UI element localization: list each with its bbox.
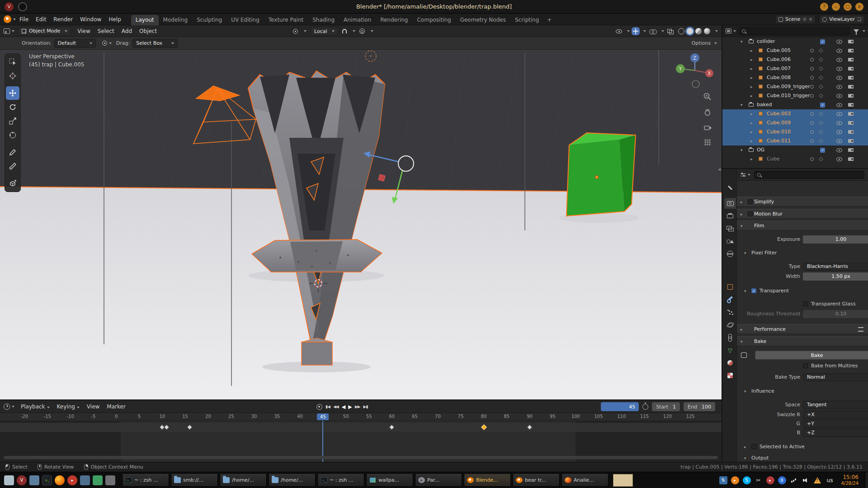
workspace-tab-shading[interactable]: Shading: [308, 15, 339, 25]
shading-material-button[interactable]: [695, 28, 702, 34]
timeline-menu-keying[interactable]: Keying: [53, 401, 83, 413]
timeline-menu-view[interactable]: View: [83, 401, 103, 413]
eye-icon[interactable]: [836, 58, 842, 62]
scale-tool-button[interactable]: [6, 114, 19, 128]
workspace-tab-layout[interactable]: Layout: [131, 15, 159, 25]
media-player-launcher-icon[interactable]: [67, 475, 77, 485]
workspace-tab-texture-paint[interactable]: Texture Paint: [264, 15, 308, 25]
player-tray-icon[interactable]: [766, 476, 774, 484]
menu-file[interactable]: File: [16, 14, 32, 25]
transparent-subpanel-header[interactable]: ▾ ✓ Transparent: [737, 286, 868, 296]
taskbar-clock[interactable]: 15:06 4/28/24: [841, 474, 859, 487]
xray-toggle-icon[interactable]: [667, 29, 673, 34]
camera-icon[interactable]: [848, 76, 854, 80]
scissors-tray-icon[interactable]: [755, 476, 763, 484]
taskbar-window-button[interactable]: ~ : zsh ...: [317, 474, 364, 487]
expand-arrow-icon[interactable]: ▸: [750, 82, 753, 91]
eye-icon[interactable]: [836, 40, 842, 44]
expand-arrow-icon[interactable]: ▸: [750, 127, 753, 136]
space-dropdown[interactable]: Tangent: [803, 401, 868, 409]
orientation-setting-dropdown[interactable]: Default: [54, 39, 96, 48]
mode-dropdown[interactable]: Object Mode: [18, 27, 71, 36]
workspace-tab-geometry-nodes[interactable]: Geometry Nodes: [456, 15, 510, 25]
drag-setting-dropdown[interactable]: Select Box: [132, 39, 178, 48]
timeline-editor-icon[interactable]: [4, 404, 10, 410]
taskbar-window-button[interactable]: ~ : zsh ...: [122, 474, 169, 487]
window-close-button[interactable]: ×: [855, 3, 863, 11]
camera-icon[interactable]: [848, 139, 854, 143]
workspace-tab-animation[interactable]: Animation: [339, 15, 376, 25]
physics-tab[interactable]: [724, 319, 736, 330]
skype-tray-icon[interactable]: [743, 476, 751, 484]
taskbar-window-button[interactable]: smb://...: [171, 474, 218, 487]
pixel-filter-subpanel-header[interactable]: ▾ Pixel Filter: [737, 248, 868, 258]
auto-keyframe-toggle[interactable]: [316, 404, 322, 410]
warning-tray-icon[interactable]: [813, 476, 821, 484]
eye-icon[interactable]: [836, 85, 842, 89]
viewlayer-selector[interactable]: ViewLayer ❏: [819, 15, 864, 24]
camera-icon[interactable]: [848, 130, 854, 134]
drag-tool-icon[interactable]: [102, 41, 107, 46]
network-monitor-tray-icon[interactable]: [719, 476, 727, 484]
camera-icon[interactable]: [848, 103, 854, 107]
overlays-toggle-icon[interactable]: [649, 29, 656, 34]
outliner-row[interactable]: ▸Cube: [722, 155, 868, 164]
eye-icon[interactable]: [836, 67, 842, 71]
camera-icon[interactable]: [848, 58, 854, 61]
play-reverse-button[interactable]: ◀: [342, 404, 345, 410]
width-field[interactable]: 1.50 px: [803, 272, 868, 281]
outliner-row[interactable]: ▾baked✓: [722, 100, 868, 109]
bake-panel-header[interactable]: ▾ Bake: [737, 336, 868, 346]
gizmos-toggle-icon[interactable]: [633, 28, 638, 34]
taskbar-window-button[interactable]: /home/...: [220, 474, 267, 487]
current-frame-tag[interactable]: 45: [317, 413, 329, 420]
window-maximize-button[interactable]: □: [844, 3, 852, 11]
render-tab[interactable]: [724, 198, 736, 209]
select-box-tool-button[interactable]: [6, 55, 19, 69]
outliner-row[interactable]: ▾OG✓: [722, 145, 868, 155]
selected-to-active-checkbox[interactable]: [751, 444, 756, 449]
bluetooth-tray-icon[interactable]: [778, 476, 786, 484]
visibility-dropdown-icon[interactable]: [616, 29, 622, 33]
eye-icon[interactable]: [836, 157, 842, 161]
prev-keyframe-button[interactable]: ◀◀: [333, 404, 339, 409]
film-panel-header[interactable]: ▾ Film: [737, 221, 868, 230]
stopwatch-icon[interactable]: [642, 404, 648, 410]
timeline-scrollbar[interactable]: [4, 456, 718, 459]
blender-logo-icon[interactable]: [4, 15, 11, 23]
menu-render[interactable]: Render: [50, 14, 76, 25]
navigation-gizmo[interactable]: Z Y X: [673, 49, 717, 92]
scene-unlink-icon[interactable]: ×: [809, 17, 812, 22]
media-play-tray-icon[interactable]: [731, 476, 739, 484]
app-menu-launcher-icon[interactable]: [4, 475, 14, 485]
workspace-tab-uv-editing[interactable]: UV Editing: [226, 15, 264, 25]
annotate-tool-button[interactable]: [6, 145, 19, 159]
taskbar-window-button[interactable]: /home/...: [269, 474, 316, 487]
viewport-canvas[interactable]: [0, 50, 722, 399]
eye-icon[interactable]: [836, 103, 842, 107]
simplify-panel-header[interactable]: ▸ Simplify: [737, 197, 868, 206]
screenshot-launcher-icon[interactable]: [105, 475, 115, 485]
expand-arrow-icon[interactable]: ▸: [750, 55, 753, 64]
influence-subpanel-header[interactable]: ▾ Influence: [737, 386, 868, 396]
window-menu-icon[interactable]: [18, 2, 27, 11]
timeline-menu-playback[interactable]: Playback: [17, 401, 53, 413]
outliner-row[interactable]: ▸Cube.009_trigger: [722, 82, 868, 91]
collapse-arrow-icon[interactable]: ▾: [741, 145, 743, 155]
play-button[interactable]: ▶: [348, 404, 351, 410]
bake-button[interactable]: Bake: [755, 351, 868, 360]
swizzle-g-dropdown[interactable]: +Y: [803, 420, 868, 428]
expand-arrow-icon[interactable]: ▸: [750, 64, 753, 73]
collapse-arrow-icon[interactable]: ▾: [741, 37, 743, 46]
pan-hand-icon[interactable]: [702, 107, 713, 118]
transform-orientation-dropdown[interactable]: Local: [311, 27, 338, 36]
next-keyframe-button[interactable]: ▶▶: [355, 404, 360, 409]
rotate-tool-button[interactable]: [6, 100, 19, 114]
editor-type-icon[interactable]: [4, 28, 10, 34]
swizzle-r-dropdown[interactable]: +X: [803, 411, 868, 419]
viewport-menu-object[interactable]: Object: [136, 25, 160, 37]
object-tab[interactable]: [724, 282, 736, 292]
outliner-row[interactable]: ▸Cube.010_trigger: [722, 91, 868, 100]
eye-icon[interactable]: [836, 121, 842, 125]
color-swatch-window[interactable]: [613, 474, 633, 487]
